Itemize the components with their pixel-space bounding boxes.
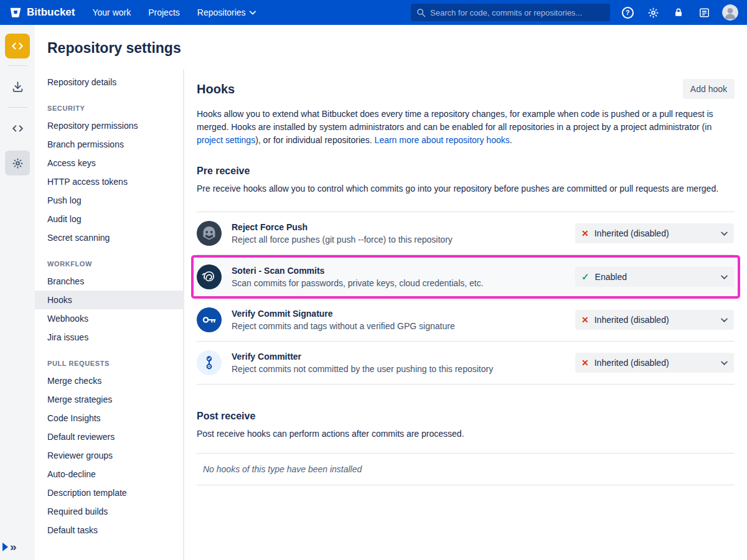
pre-receive-description: Pre receive hooks allow you to control w… (197, 182, 735, 195)
pre-receive-hook-list: Reject Force Push Reject all force pushe… (197, 212, 735, 385)
sidebar-item-merge-checks[interactable]: Merge checks (35, 371, 183, 390)
status-label: Inherited (disabled) (594, 228, 715, 238)
rail-item-settings[interactable] (5, 151, 30, 175)
expand-sidebar-button[interactable]: » (0, 541, 17, 553)
repository-avatar[interactable] (5, 34, 30, 58)
sidebar-item-audit-log[interactable]: Audit log (35, 210, 183, 228)
feedback-button[interactable] (697, 5, 712, 20)
sidebar-section-pull-requests: PULL REQUESTS (47, 360, 171, 367)
sidebar-item-description-template[interactable]: Description template (35, 483, 183, 502)
hooks-heading: Hooks (197, 82, 235, 96)
learn-more-link[interactable]: Learn more about repository hooks (375, 135, 510, 145)
code-icon (11, 122, 24, 135)
post-receive-description: Post receive hooks can perform actions a… (197, 427, 735, 441)
cross-icon: ✕ (581, 228, 589, 238)
post-receive-heading: Post receive (197, 411, 735, 422)
chevron-down-icon (721, 275, 728, 279)
primary-nav: Your work Projects Repositories (92, 7, 255, 17)
lock-icon (673, 7, 684, 18)
chevron-down-icon (721, 361, 728, 365)
add-hook-button[interactable]: Add hook (683, 79, 735, 99)
hook-name: Reject Force Push (232, 222, 575, 232)
sidebar-item-code-insights[interactable]: Code Insights (35, 409, 183, 427)
double-chevron-icon: » (10, 541, 17, 553)
sidebar-item-required-builds[interactable]: Required builds (35, 502, 183, 521)
status-select-verify-committer[interactable]: ✕ Inherited (disabled) (575, 353, 734, 373)
rail-item-clone[interactable] (5, 74, 30, 99)
rail-divider (7, 107, 27, 108)
post-receive-empty-message: No hooks of this type have been installe… (197, 453, 735, 485)
status-select-reject-force-push[interactable]: ✕ Inherited (disabled) (575, 223, 734, 243)
sidebar-item-secret-scanning[interactable]: Secret scanning (35, 228, 183, 247)
sidebar-item-merge-strategies[interactable]: Merge strategies (35, 390, 183, 409)
bitbucket-logo-icon (9, 6, 22, 19)
hooks-intro: Hooks allow you to extend what Bitbucket… (197, 108, 735, 147)
user-avatar[interactable] (722, 4, 738, 21)
rail-divider (7, 65, 27, 66)
sidebar-item-repository-details[interactable]: Repository details (35, 73, 183, 91)
chevron-down-icon (721, 231, 728, 236)
hook-name: Verify Committer (232, 352, 575, 362)
status-label: Inherited (disabled) (594, 315, 715, 325)
hook-description: Reject all force pushes (git push --forc… (232, 235, 575, 245)
help-button[interactable]: ? (620, 5, 635, 20)
sidebar-section-security: SECURITY (47, 105, 171, 112)
check-icon: ✓ (581, 271, 590, 282)
hooks-panel: Hooks Add hook Hooks allow you to extend… (184, 69, 747, 560)
code-brackets-icon (11, 39, 24, 53)
feedback-icon (698, 7, 710, 19)
verify-committer-icon (197, 350, 222, 375)
cross-icon: ✕ (581, 315, 589, 325)
nav-item-projects[interactable]: Projects (148, 7, 180, 17)
top-nav: Bitbucket Your work Projects Repositorie… (0, 0, 747, 25)
nav-item-your-work[interactable]: Your work (92, 7, 131, 17)
topnav-actions: ? (620, 4, 738, 21)
gear-icon (647, 6, 660, 19)
status-label: Enabled (595, 272, 715, 282)
sidebar-item-webhooks[interactable]: Webhooks (35, 309, 183, 328)
hook-name: Verify Commit Signature (232, 309, 575, 319)
brand-name: Bitbucket (27, 6, 75, 19)
sidebar-item-branch-permissions[interactable]: Branch permissions (35, 135, 183, 154)
gear-icon (11, 157, 24, 170)
global-search[interactable] (411, 4, 610, 21)
soteri-icon (197, 264, 222, 289)
admin-settings-button[interactable] (646, 5, 660, 20)
hook-description: Reject commits not committed by the user… (232, 364, 575, 374)
status-label: Inherited (disabled) (594, 358, 715, 368)
page-header: Repository settings (35, 25, 747, 69)
sidebar-item-repository-permissions[interactable]: Repository permissions (35, 116, 183, 135)
sidebar-item-http-access-tokens[interactable]: HTTP access tokens (35, 172, 183, 191)
sidebar-item-reviewer-groups[interactable]: Reviewer groups (35, 446, 183, 465)
post-receive-section: Post receive Post receive hooks can perf… (197, 411, 735, 485)
sidebar-item-default-tasks[interactable]: Default tasks (35, 521, 183, 539)
page-title: Repository settings (47, 40, 747, 57)
sidebar-item-default-reviewers[interactable]: Default reviewers (35, 427, 183, 446)
sidebar-item-auto-decline[interactable]: Auto-decline (35, 465, 183, 483)
bitbucket-home-link[interactable]: Bitbucket (9, 6, 75, 19)
security-button[interactable] (671, 5, 686, 20)
sidebar-item-branches[interactable]: Branches (35, 272, 183, 291)
chevron-down-icon (721, 318, 728, 322)
project-settings-link[interactable]: project settings (197, 135, 255, 145)
nav-item-repositories[interactable]: Repositories (197, 7, 256, 17)
sidebar-item-jira-issues[interactable]: Jira issues (35, 328, 183, 347)
chevron-down-icon (250, 11, 256, 15)
app-rail: » (0, 25, 35, 560)
hook-name: Soteri - Scan Commits (232, 266, 575, 276)
status-select-soteri-scan-commits[interactable]: ✓ Enabled (575, 267, 734, 287)
hook-row-verify-commit-signature: Verify Commit Signature Reject commits a… (197, 299, 735, 342)
commit-signature-key-icon (197, 307, 222, 332)
sidebar-item-hooks[interactable]: Hooks (35, 291, 183, 309)
settings-sidebar: Repository details SECURITY Repository p… (35, 69, 184, 560)
sidebar-item-push-log[interactable]: Push log (35, 191, 183, 210)
search-input[interactable] (430, 8, 604, 17)
pre-receive-heading: Pre receive (197, 166, 735, 177)
sidebar-item-access-keys[interactable]: Access keys (35, 154, 183, 172)
cross-icon: ✕ (581, 358, 589, 368)
hook-description: Scan commits for passwords, private keys… (232, 278, 575, 288)
status-select-verify-commit-signature[interactable]: ✕ Inherited (disabled) (575, 310, 734, 330)
search-icon (416, 8, 426, 17)
rail-item-source[interactable] (5, 116, 30, 141)
hook-row-reject-force-push: Reject Force Push Reject all force pushe… (197, 212, 735, 255)
